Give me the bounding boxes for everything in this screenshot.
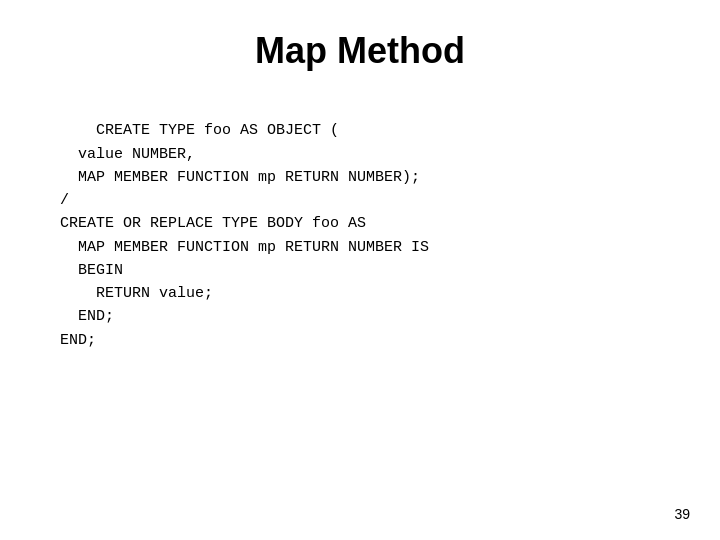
code-line-10: END; bbox=[60, 332, 96, 349]
code-line-3: MAP MEMBER FUNCTION mp RETURN NUMBER); bbox=[60, 169, 420, 186]
slide-container: Map Method CREATE TYPE foo AS OBJECT ( v… bbox=[0, 0, 720, 540]
code-line-1: CREATE TYPE foo AS OBJECT ( bbox=[96, 122, 339, 139]
code-line-8: RETURN value; bbox=[60, 285, 213, 302]
code-line-7: BEGIN bbox=[60, 262, 123, 279]
page-number: 39 bbox=[674, 506, 690, 522]
code-line-9: END; bbox=[60, 308, 114, 325]
code-line-5: CREATE OR REPLACE TYPE BODY foo AS bbox=[60, 215, 366, 232]
code-block: CREATE TYPE foo AS OBJECT ( value NUMBER… bbox=[60, 96, 670, 375]
code-line-6: MAP MEMBER FUNCTION mp RETURN NUMBER IS bbox=[60, 239, 429, 256]
code-line-2: value NUMBER, bbox=[60, 146, 195, 163]
code-line-4: / bbox=[60, 192, 69, 209]
slide-title: Map Method bbox=[50, 30, 670, 72]
